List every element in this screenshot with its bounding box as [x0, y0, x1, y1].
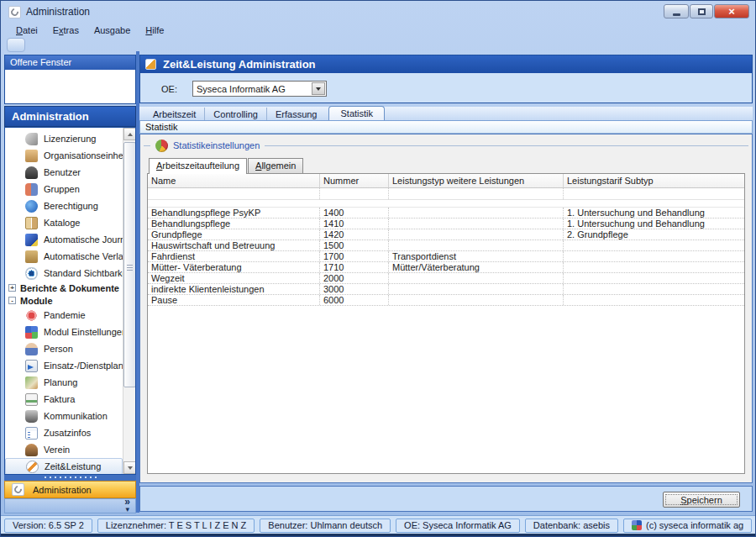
chevron-down-icon: ▾ — [124, 506, 130, 513]
table-cell: 3000 — [320, 284, 389, 294]
table-row[interactable]: Behandlungspflege14101. Untersuchung und… — [148, 218, 744, 229]
column-header-nummer[interactable]: Nummer — [320, 174, 389, 187]
module-header-icon — [145, 59, 156, 70]
table-cell: Fahrdienst — [148, 251, 320, 261]
splitter-grip — [43, 476, 98, 479]
tree-toggle-icon[interactable]: - — [8, 297, 16, 304]
maximize-button[interactable] — [690, 4, 713, 18]
sidebar-footer: » ▾ — [4, 498, 136, 513]
sidebar-caption: Administration — [4, 106, 136, 127]
oe-combobox-dropdown-button[interactable] — [312, 82, 325, 95]
filter-cell[interactable] — [148, 188, 320, 199]
menu-extras[interactable]: Extras — [46, 24, 86, 36]
table-cell: Pause — [148, 295, 320, 305]
sidebar-item-verein[interactable]: Verein — [5, 441, 123, 458]
table-row[interactable]: Grundpflege14202. Grundpflege — [148, 229, 744, 240]
scroll-up-button[interactable] — [123, 128, 136, 140]
sidebar-item-berechtigung[interactable]: Berechtigung — [5, 197, 123, 214]
minimize-button[interactable] — [664, 4, 689, 18]
table-row[interactable]: indirekte Klientenleistungen3000 — [148, 284, 744, 295]
table-cell — [389, 284, 564, 294]
table-cell: 1500 — [320, 240, 389, 250]
administration-nav-button[interactable]: Administration — [4, 481, 136, 498]
sidebar-item-person[interactable]: Person — [5, 340, 123, 357]
sidebar-item-organisationseinheiten[interactable]: Organisationseinheiten — [5, 147, 123, 164]
main-header-panel: Zeit&Leistung Administration OE: Syseca … — [139, 55, 753, 103]
sidebar-item-label: Faktura — [44, 394, 75, 404]
table-row[interactable]: Hauswirtschaft und Betreuung1500 — [148, 240, 744, 251]
scrollbar-thumb[interactable] — [123, 142, 136, 387]
schedule-icon — [25, 360, 38, 372]
open-windows-list[interactable] — [5, 70, 135, 103]
table-cell — [564, 262, 744, 272]
more-buttons-chevron[interactable]: » ▾ — [124, 498, 130, 513]
extras-icon — [25, 427, 38, 440]
oe-label: OE: — [161, 84, 177, 94]
tab-controlling[interactable]: Controlling — [205, 108, 267, 120]
sidebar-item-kommunikation[interactable]: Kommunikation — [5, 408, 123, 424]
pandemic-icon — [25, 309, 38, 322]
table-cell: Wegzeit — [148, 273, 320, 283]
sidebar-item-automatische-verlauf[interactable]: Automatische Verlauf... — [5, 248, 123, 265]
sidebar-item-einsatz-dienstplan[interactable]: Einsatz-/Dienstplan — [5, 357, 123, 374]
administration-logo-icon — [12, 483, 24, 496]
sidebar-item-label: Zusatzinfos — [44, 428, 91, 438]
tab-allgemein[interactable]: Allgemein — [248, 158, 303, 173]
table-cell — [564, 295, 744, 305]
module-settings-icon — [25, 326, 38, 339]
sidebar-item-automatische-journal[interactable]: Automatische Journal... — [5, 231, 123, 248]
sidebar-item-label: Gruppen — [44, 184, 80, 194]
tab-arbeitszeit[interactable]: Arbeitszeit — [144, 108, 205, 120]
sidebar-item-zeit-leistung[interactable]: Zeit&Leistung — [5, 458, 123, 475]
column-header-name[interactable]: Name — [148, 174, 320, 187]
tree-toggle-icon[interactable]: + — [8, 284, 16, 292]
menu-hilfe[interactable]: Hilfe — [139, 24, 171, 36]
table-row[interactable]: Fahrdienst1700Transportdienst — [148, 251, 744, 262]
sidebar-item-planung[interactable]: Planung — [5, 374, 123, 391]
table-row[interactable]: Wegzeit2000 — [148, 273, 744, 284]
table-cell: 1. Untersuchung und Behandlung — [564, 218, 744, 229]
table-filter-row[interactable] — [148, 188, 744, 200]
filter-cell[interactable] — [320, 188, 389, 199]
sidebar-item-label: Standard Sichtbarkeit — [44, 268, 132, 278]
tab-erfassung[interactable]: Erfassung — [267, 108, 326, 120]
table-cell — [564, 284, 744, 294]
status-segment: Version: 6.5 SP 2 — [4, 519, 92, 533]
sidebar-splitter-horizontal[interactable] — [4, 475, 136, 481]
eye-icon — [25, 267, 38, 280]
tab-statistik[interactable]: Statistik — [328, 106, 385, 120]
oe-combobox[interactable]: Syseca Informatik AG — [192, 81, 327, 97]
close-button[interactable]: × — [714, 4, 749, 18]
filter-cell[interactable] — [389, 188, 564, 199]
table-row[interactable]: Mütter- Väterberatung1710Mütter/Väterber… — [148, 262, 744, 273]
save-button[interactable]: Speichern — [663, 492, 740, 508]
filter-cell[interactable] — [564, 188, 744, 199]
menu-ausgabe[interactable]: Ausgabe — [87, 24, 137, 36]
sidebar-item-zusatzinfos[interactable]: Zusatzinfos — [5, 424, 123, 441]
sidebar-item-faktura[interactable]: Faktura — [5, 391, 123, 408]
column-header-leistungstyp-weitere-leistungen[interactable]: Leistungstyp weitere Leistungen — [389, 174, 564, 187]
sidebar-item-lizenzierung[interactable]: Lizenzierung — [5, 130, 123, 147]
window-bottom-edge — [1, 534, 755, 536]
table-cell: indirekte Klientenleistungen — [148, 284, 320, 294]
scroll-down-button[interactable] — [123, 461, 136, 474]
sidebar-item-kataloge[interactable]: Kataloge — [5, 214, 123, 231]
inner-tab-strip: Arbeitszeitaufteilung Allgemein — [149, 158, 304, 174]
column-header-leistungstarif-subtyp[interactable]: Leistungstarif Subtyp — [564, 174, 744, 187]
table-row[interactable]: Behandlungspflege PsyKP14001. Untersuchu… — [148, 208, 744, 218]
statistik-table: NameNummerLeistungstyp weitere Leistunge… — [147, 173, 745, 474]
table-row[interactable]: Pause6000 — [148, 295, 744, 306]
title-bar[interactable]: Administration × — [1, 1, 755, 23]
sidebar-group-module[interactable]: -Module — [5, 294, 123, 307]
sidebar-item-benutzer[interactable]: Benutzer — [5, 164, 123, 181]
sidebar-item-gruppen[interactable]: Gruppen — [5, 181, 123, 197]
sidebar-group-berichte-dokumente[interactable]: +Berichte & Dokumente — [5, 282, 123, 294]
sidebar-scrollbar[interactable] — [123, 128, 135, 474]
toolbar-nub[interactable] — [7, 38, 25, 52]
tab-arbeitszeitaufteilung[interactable]: Arbeitszeitaufteilung — [149, 158, 247, 174]
sidebar-item-label: Berichte & Dokumente — [20, 283, 119, 293]
sidebar-item-pandemie[interactable]: Pandemie — [5, 307, 123, 324]
sidebar-item-modul-einstellungen[interactable]: Modul Einstellungen — [5, 324, 123, 340]
sidebar-item-standard-sichtbarkeit[interactable]: Standard Sichtbarkeit — [5, 265, 123, 282]
menu-datei[interactable]: Datei — [9, 24, 45, 36]
